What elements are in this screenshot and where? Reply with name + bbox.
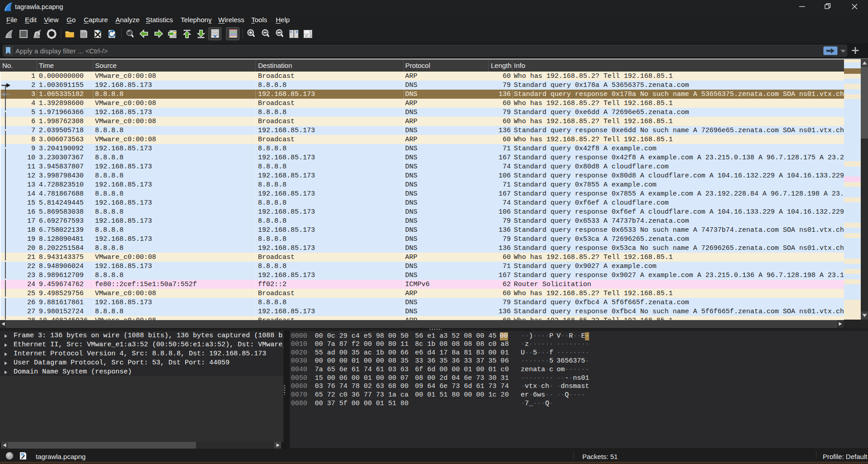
svg-text:1: 1 [309, 30, 311, 34]
svg-text:3: 3 [310, 34, 312, 38]
svg-text:2: 2 [305, 34, 307, 38]
